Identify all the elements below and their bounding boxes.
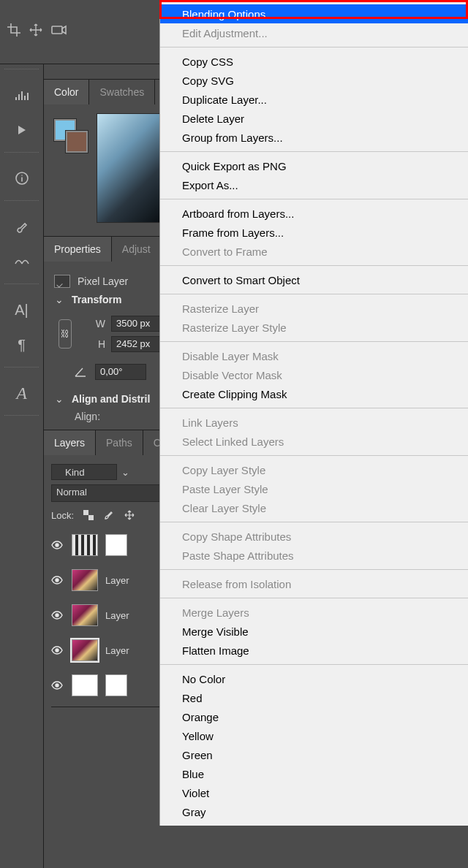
menu-item: Rasterize Layer <box>160 299 468 318</box>
angle-field[interactable]: 0,00° <box>95 364 146 380</box>
layer-mask-thumb[interactable] <box>105 534 127 556</box>
blend-mode-select[interactable]: Normal <box>51 484 172 502</box>
menu-item: Select Linked Layers <box>160 432 468 451</box>
actions-icon[interactable] <box>0 113 43 148</box>
align-toggle[interactable]: ⌄ <box>54 393 64 405</box>
menu-item[interactable]: Blending Options... <box>160 4 468 23</box>
lock-transparency-icon[interactable] <box>83 509 94 521</box>
menu-item: Rasterize Layer Style <box>160 318 468 337</box>
layer-filter-kind[interactable] <box>51 464 117 480</box>
tab-swatches[interactable]: Swatches <box>89 80 155 104</box>
menu-item[interactable]: Delete Layer <box>160 109 468 128</box>
tab-paths[interactable]: Paths <box>96 430 143 455</box>
svg-point-9 <box>56 684 58 687</box>
menu-item: Convert to Frame <box>160 242 468 261</box>
menu-item: Release from Isolation <box>160 574 468 593</box>
svg-point-7 <box>56 614 58 617</box>
menu-item[interactable]: Gray <box>160 802 468 821</box>
menu-item[interactable]: Artboard from Layers... <box>160 204 468 223</box>
crop-tool-icon[interactable] <box>7 23 20 37</box>
menu-item[interactable]: Yellow <box>160 726 468 745</box>
layer-thumb[interactable] <box>72 639 98 661</box>
menu-item[interactable]: Export As... <box>160 175 468 194</box>
info-icon[interactable] <box>0 161 43 196</box>
svg-rect-4 <box>88 515 94 520</box>
menu-item[interactable]: Violet <box>160 783 468 802</box>
menu-item[interactable]: Frame from Layers... <box>160 223 468 242</box>
menu-item[interactable]: Green <box>160 745 468 764</box>
tab-adjust[interactable]: Adjust <box>112 237 162 262</box>
svg-rect-3 <box>83 510 88 515</box>
menu-item[interactable]: Duplicate Layer... <box>160 90 468 109</box>
layer-thumb[interactable] <box>72 569 98 591</box>
layer-thumb[interactable] <box>72 534 98 556</box>
width-field[interactable]: 3500 px <box>111 316 162 332</box>
svg-point-8 <box>56 649 58 652</box>
panel-dock: A| ¶ A <box>0 64 44 868</box>
menu-item: Disable Vector Mask <box>160 365 468 384</box>
menu-item[interactable]: Flatten Image <box>160 641 468 660</box>
menu-item: Disable Layer Mask <box>160 346 468 365</box>
eye-icon[interactable] <box>51 611 64 620</box>
menu-item: Paste Shape Attributes <box>160 546 468 565</box>
menu-item[interactable]: Copy CSS <box>160 52 468 71</box>
align-heading: Align and Distril <box>72 393 150 405</box>
menu-item[interactable]: Copy SVG <box>160 71 468 90</box>
paragraph-panel-icon[interactable]: ¶ <box>0 327 43 362</box>
eye-icon[interactable] <box>51 576 64 585</box>
layer-name[interactable]: Layer <box>105 575 129 586</box>
menu-item: Paste Layer Style <box>160 479 468 498</box>
clone-source-icon[interactable] <box>0 244 43 279</box>
menu-item[interactable]: Quick Export as PNG <box>160 156 468 175</box>
camera-icon[interactable] <box>51 24 67 36</box>
menu-item[interactable]: Group from Layers... <box>160 128 468 147</box>
menu-item: Edit Adjustment... <box>160 23 468 42</box>
tab-color[interactable]: Color <box>44 80 89 104</box>
layer-thumb[interactable] <box>72 674 98 696</box>
height-label: H <box>92 338 105 350</box>
lock-pixels-icon[interactable] <box>103 509 115 521</box>
menu-item: Clear Layer Style <box>160 498 468 517</box>
link-wh-icon[interactable]: ⛓ <box>58 319 72 349</box>
layer-thumb[interactable] <box>72 604 98 626</box>
menu-item[interactable]: Merge Visible <box>160 622 468 641</box>
layer-name[interactable]: Layer <box>105 610 129 621</box>
height-field[interactable]: 2452 px <box>111 336 162 352</box>
transform-toggle[interactable]: ⌄ <box>54 294 64 305</box>
menu-item[interactable]: Convert to Smart Object <box>160 270 468 289</box>
menu-item[interactable]: Orange <box>160 707 468 726</box>
history-icon[interactable] <box>0 77 43 113</box>
lock-position-icon[interactable] <box>124 509 135 521</box>
menu-item: Link Layers <box>160 413 468 432</box>
menu-item: Copy Shape Attributes <box>160 527 468 546</box>
layer-mask-thumb[interactable] <box>105 674 127 696</box>
brush-settings-icon[interactable] <box>0 209 43 244</box>
eye-icon[interactable] <box>51 681 64 690</box>
menu-item[interactable]: No Color <box>160 669 468 688</box>
character-panel-icon[interactable]: A| <box>0 292 43 327</box>
tab-properties[interactable]: Properties <box>44 237 112 262</box>
lock-label: Lock: <box>51 510 74 521</box>
menu-item[interactable]: Create Clipping Mask <box>160 384 468 403</box>
glyphs-panel-icon[interactable]: A <box>0 376 43 411</box>
background-swatch[interactable] <box>66 131 88 153</box>
pixel-layer-icon <box>54 275 70 288</box>
menu-item[interactable]: Red <box>160 688 468 707</box>
layer-context-menu: Blending Options...Edit Adjustment...Cop… <box>159 0 468 826</box>
svg-rect-0 <box>52 26 62 34</box>
transform-heading: Transform <box>72 294 121 305</box>
menu-item[interactable]: Blue <box>160 764 468 783</box>
chevron-down-icon[interactable]: ⌄ <box>121 467 129 478</box>
layer-type-label: Pixel Layer <box>78 275 128 287</box>
layer-name[interactable]: Layer <box>105 645 129 656</box>
eye-icon[interactable] <box>51 646 64 655</box>
menu-item: Merge Layers <box>160 603 468 622</box>
tab-layers[interactable]: Layers <box>44 430 96 455</box>
eye-icon[interactable] <box>51 541 64 549</box>
menu-item: Copy Layer Style <box>160 460 468 479</box>
svg-point-5 <box>56 544 58 547</box>
color-ramp[interactable] <box>97 113 170 223</box>
move-icon[interactable] <box>29 23 42 37</box>
svg-point-6 <box>56 579 58 582</box>
angle-icon <box>75 367 88 377</box>
